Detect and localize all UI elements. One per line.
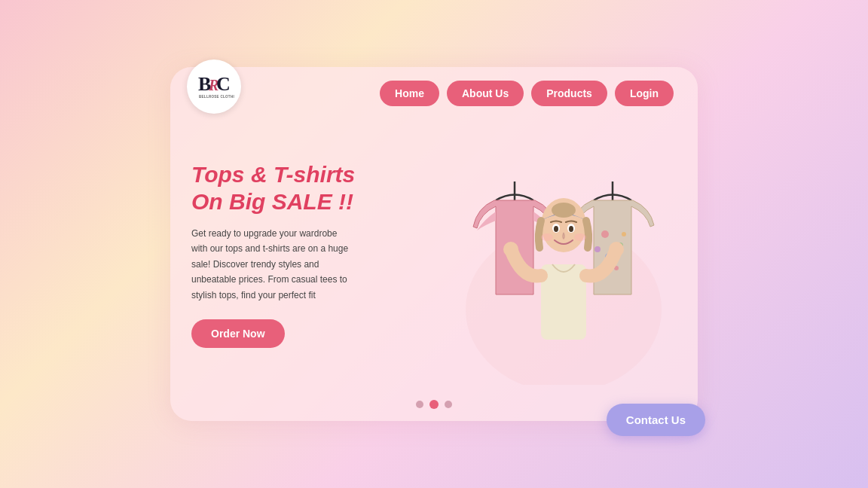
carousel-dot-1[interactable] — [416, 401, 423, 408]
header: B R C BELLROSE CLOTHING Home About Us Pr… — [170, 67, 698, 106]
svg-point-16 — [609, 242, 624, 257]
svg-text:C: C — [216, 73, 231, 95]
main-content: Tops & T-shirts On Big SALE !! Get ready… — [170, 106, 698, 400]
carousel-dot-3[interactable] — [445, 401, 452, 408]
nav-products[interactable]: Products — [531, 81, 607, 106]
carousel-dots — [416, 400, 452, 409]
svg-point-18 — [552, 203, 576, 218]
logo-content: B R C BELLROSE CLOTHING — [194, 65, 234, 108]
svg-point-10 — [622, 232, 626, 236]
logo-svg: B R C BELLROSE CLOTHING — [194, 65, 234, 105]
svg-point-15 — [503, 242, 518, 257]
svg-point-21 — [554, 226, 558, 232]
text-section: Tops & T-shirts On Big SALE !! Get ready… — [191, 124, 451, 385]
svg-point-22 — [569, 226, 573, 232]
hero-illustration — [451, 159, 677, 385]
logo-initials: B R C BELLROSE CLOTHING — [194, 65, 234, 108]
contact-us-button[interactable]: Contact Us — [607, 404, 705, 436]
sale-description: Get ready to upgrade your wardrobe with … — [191, 226, 350, 303]
sale-title: Tops & T-shirts On Big SALE !! — [191, 161, 443, 215]
svg-point-11 — [594, 246, 601, 252]
hero-image — [451, 124, 677, 385]
navigation: Home About Us Products Login — [380, 81, 674, 106]
svg-text:BELLROSE CLOTHING: BELLROSE CLOTHING — [199, 95, 234, 99]
nav-home[interactable]: Home — [380, 81, 439, 106]
svg-point-23 — [541, 233, 553, 241]
order-now-button[interactable]: Order Now — [191, 319, 285, 348]
nav-about-us[interactable]: About Us — [447, 81, 524, 106]
main-window: B R C BELLROSE CLOTHING Home About Us Pr… — [170, 67, 698, 421]
svg-point-24 — [574, 233, 586, 241]
svg-point-7 — [601, 230, 609, 238]
carousel-dot-2[interactable] — [429, 400, 439, 409]
nav-login[interactable]: Login — [615, 81, 674, 106]
